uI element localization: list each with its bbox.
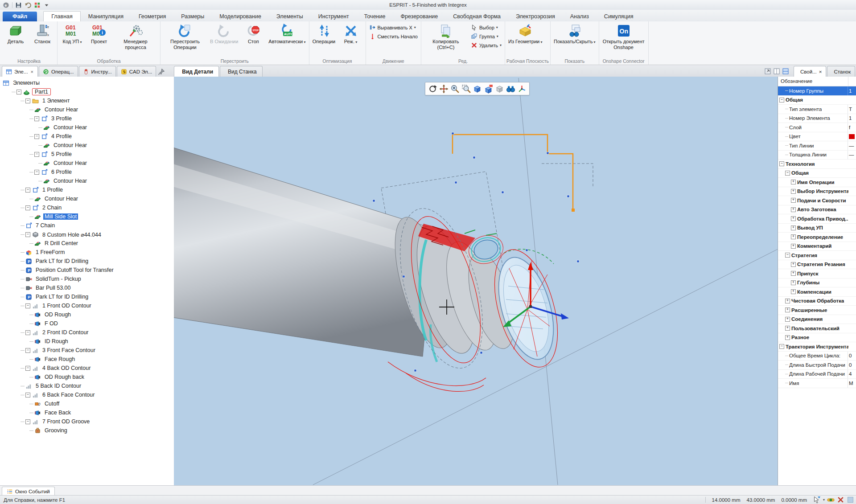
- менеджер-процесса-button[interactable]: Менеджер процесса: [112, 22, 159, 51]
- expander-minus-icon[interactable]: −: [25, 205, 30, 210]
- property-row[interactable]: Длина Быстрой Подачи0: [778, 361, 856, 370]
- menu-tab-8[interactable]: Точение: [357, 11, 393, 21]
- группа-button[interactable]: Группа▾: [469, 33, 503, 40]
- property-row[interactable]: +Пользовательский: [778, 324, 856, 333]
- property-row[interactable]: +Обработка Привод...: [778, 214, 856, 224]
- tree-item[interactable]: OD Rough: [0, 310, 174, 319]
- tree-item[interactable]: 0Cutoff: [0, 399, 174, 408]
- property-row[interactable]: Тип элементаТ: [778, 105, 856, 114]
- property-row[interactable]: −Общая: [778, 169, 856, 178]
- property-row[interactable]: Номер Группы1: [778, 86, 856, 96]
- expander-minus-icon[interactable]: −: [25, 366, 30, 371]
- expander-minus-icon[interactable]: −: [34, 170, 39, 175]
- tree-item[interactable]: Grooving: [0, 426, 174, 435]
- tree-item[interactable]: Contour Hear: [0, 141, 174, 150]
- expander-plus-icon[interactable]: +: [791, 216, 796, 221]
- expander-minus-icon[interactable]: −: [34, 152, 39, 157]
- expander-minus-icon[interactable]: −: [34, 134, 39, 139]
- проект-button[interactable]: G01M01iПроект: [86, 22, 112, 45]
- tree-item[interactable]: −1 Profile: [0, 185, 174, 194]
- viewport-3d[interactable]: [174, 77, 778, 486]
- выравнивать-x-button[interactable]: Выравнивать X▾: [367, 24, 420, 31]
- expander-minus-icon[interactable]: −: [25, 188, 30, 193]
- станок-button[interactable]: zxСтанок: [29, 22, 56, 45]
- expander-plus-icon[interactable]: +: [791, 225, 796, 230]
- zoom-icon[interactable]: [450, 84, 460, 94]
- tree-item[interactable]: −4 Back OD Contour: [0, 364, 174, 373]
- app-icon[interactable]: e: [3, 2, 9, 8]
- splith-icon[interactable]: [782, 68, 789, 75]
- tree-item[interactable]: Contour Hear: [0, 194, 174, 203]
- menu-tab-5[interactable]: Моделирование: [212, 11, 269, 21]
- expander-minus-icon[interactable]: −: [25, 419, 30, 424]
- property-row[interactable]: +Вывод УП: [778, 224, 856, 233]
- expander-plus-icon[interactable]: +: [785, 317, 790, 322]
- tree-item[interactable]: PPark LT for ID Drilling: [0, 257, 174, 266]
- property-row[interactable]: Длина Рабочей Подачи4: [778, 370, 856, 379]
- panel-tab-3[interactable]: Инстру...: [79, 66, 116, 77]
- property-row[interactable]: Тип Линии—: [778, 141, 856, 151]
- axes-icon[interactable]: [517, 84, 527, 94]
- expander-minus-icon[interactable]: −: [785, 171, 790, 176]
- реж--button[interactable]: Реж. ▾: [337, 22, 364, 45]
- property-row[interactable]: Слойf: [778, 123, 856, 132]
- undo-icon[interactable]: [25, 2, 31, 8]
- tree-item[interactable]: −2 Front ID Contour: [0, 328, 174, 337]
- property-row[interactable]: Общее Время Цикла:0: [778, 352, 856, 361]
- save-icon[interactable]: [15, 2, 22, 8]
- menu-tab-1[interactable]: Главная: [43, 11, 81, 21]
- tree-item[interactable]: 1 FreeForm: [0, 248, 174, 257]
- expander-plus-icon[interactable]: +: [791, 244, 796, 249]
- tree-item[interactable]: PPosition Cutoff Tool for Transfer: [0, 266, 174, 275]
- property-row[interactable]: +Комментарий: [778, 242, 856, 251]
- expander-plus-icon[interactable]: +: [791, 271, 796, 276]
- selfilter-icon[interactable]: [813, 496, 821, 504]
- код-уп-button[interactable]: G01M01Код УП ▾: [59, 22, 86, 45]
- close-icon[interactable]: ×: [819, 69, 822, 74]
- expander-minus-icon[interactable]: −: [25, 232, 30, 237]
- property-tab-1[interactable]: Свой...×: [794, 66, 826, 77]
- closeRed-icon[interactable]: [837, 496, 844, 504]
- expander-minus-icon[interactable]: −: [25, 98, 30, 103]
- property-row[interactable]: −Траектория Инструмента: [778, 342, 856, 352]
- splitv-icon[interactable]: [773, 68, 780, 75]
- menu-tab-12[interactable]: Анализ: [563, 11, 597, 21]
- event-window-tab[interactable]: Окно Событий: [2, 487, 55, 496]
- qgrid-icon[interactable]: [34, 2, 41, 8]
- tree-item[interactable]: Contour Hear: [0, 105, 174, 114]
- tree-item[interactable]: −6 Profile: [0, 168, 174, 176]
- tree-item[interactable]: −1 Front OD Contour: [0, 301, 174, 310]
- tree-root-row[interactable]: Элементы: [0, 78, 174, 87]
- binoc-icon[interactable]: [506, 84, 515, 94]
- expander-plus-icon[interactable]: +: [791, 289, 796, 294]
- стоп-button[interactable]: STOPСтоп: [240, 22, 267, 45]
- expander-plus-icon[interactable]: +: [791, 198, 796, 203]
- property-row[interactable]: +Разное: [778, 333, 856, 343]
- pan-icon[interactable]: [439, 84, 449, 94]
- expander-plus-icon[interactable]: +: [791, 262, 796, 267]
- expander-minus-icon[interactable]: −: [785, 253, 790, 258]
- expander-plus-icon[interactable]: +: [785, 307, 790, 312]
- expander-plus-icon[interactable]: +: [785, 299, 790, 303]
- сместить-начало-button[interactable]: Сместить Начало: [367, 33, 420, 40]
- tree-item[interactable]: Face Back: [0, 408, 174, 417]
- property-row[interactable]: +Компенсации: [778, 287, 856, 297]
- из-геометрии-button[interactable]: Из Геометрии ▾: [506, 22, 544, 45]
- property-row[interactable]: −Стратегия: [778, 251, 856, 260]
- expander-plus-icon[interactable]: +: [791, 280, 796, 285]
- property-row[interactable]: +Чистовая Обработка: [778, 297, 856, 306]
- перестроить-операции-button[interactable]: Перестроить Операции: [162, 22, 208, 51]
- snap-icon[interactable]: [827, 496, 835, 504]
- property-row[interactable]: +Припуск: [778, 269, 856, 279]
- expander-plus-icon[interactable]: +: [791, 189, 796, 194]
- menu-tab-13[interactable]: Симуляция: [597, 11, 641, 21]
- property-row[interactable]: +Переопределение: [778, 233, 856, 242]
- property-row[interactable]: +Соединения: [778, 315, 856, 324]
- tree-item[interactable]: Mill Side Slot: [0, 212, 174, 221]
- tree-item[interactable]: OD Rough back: [0, 373, 174, 381]
- popout-icon[interactable]: [764, 68, 771, 75]
- tree-item[interactable]: Contour Hear: [0, 123, 174, 132]
- удалить-button[interactable]: Удалить▾: [469, 41, 503, 49]
- property-row[interactable]: +Глубины: [778, 279, 856, 288]
- выбор-button[interactable]: Выбор▾: [469, 24, 503, 31]
